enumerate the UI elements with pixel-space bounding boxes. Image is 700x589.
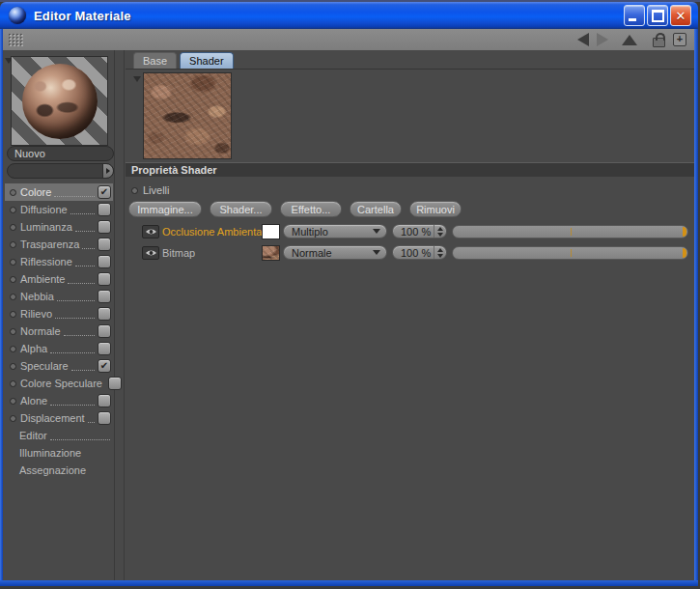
channel-label: Trasparenza — [20, 238, 79, 250]
add-button[interactable]: + — [673, 33, 686, 46]
channel-row-colore-speculare[interactable]: Colore Speculare — [5, 375, 113, 392]
channel-row-trasparenza[interactable]: Trasparenza — [5, 236, 113, 253]
window-border-bottom — [0, 580, 698, 586]
dotted-leader — [64, 327, 95, 336]
image-button[interactable]: Immagine... — [128, 201, 202, 217]
channel-label: Luminanza — [20, 221, 72, 233]
bullet-icon — [10, 328, 16, 335]
channel-row-rilievo[interactable]: Rilievo — [5, 305, 113, 323]
channel-checkbox[interactable] — [98, 272, 111, 286]
channel-checkbox[interactable] — [108, 377, 122, 390]
layer-name[interactable]: Occlusione Ambientale — [162, 226, 262, 238]
layer-visibility-toggle[interactable] — [142, 246, 159, 260]
material-sidebar: Colore ✔ Diffusione Luminanza Trasparenz… — [3, 50, 114, 580]
material-name-field[interactable] — [7, 146, 114, 161]
channel-row-alpha[interactable]: Alpha — [5, 340, 113, 357]
channel-checkbox[interactable] — [98, 411, 111, 425]
channel-checkbox[interactable] — [98, 290, 111, 303]
bullet-icon — [10, 207, 16, 213]
layers-label: Livelli — [143, 184, 170, 196]
tab-shader[interactable]: Shader — [180, 52, 233, 69]
maximize-button[interactable] — [647, 5, 668, 26]
blend-mode-dropdown[interactable]: Multiplo — [283, 224, 387, 238]
blend-mode-dropdown[interactable]: Normale — [283, 245, 387, 260]
minimize-button[interactable] — [624, 5, 645, 26]
shader-expander-icon[interactable] — [133, 76, 141, 82]
channel-label: Normale — [20, 325, 61, 337]
shader-button[interactable]: Shader... — [210, 201, 272, 217]
blend-mode-value: Normale — [292, 247, 332, 259]
channel-checkbox[interactable] — [98, 203, 111, 216]
layer-name[interactable]: Bitmap — [162, 247, 262, 259]
channel-row-speculare[interactable]: Speculare ✔ — [5, 357, 113, 375]
channel-row-alone[interactable]: Alone — [5, 392, 113, 409]
blend-mode-value: Multiplo — [292, 226, 328, 238]
window-title: Editor Materiale — [34, 9, 131, 23]
remove-button[interactable]: Rimuovi — [409, 201, 462, 217]
channel-row-luminanza[interactable]: Luminanza — [5, 218, 113, 236]
channel-row-assegnazione[interactable]: Assegnazione — [5, 462, 113, 479]
channel-row-normale[interactable]: Normale — [5, 323, 113, 340]
tab-base[interactable]: Base — [133, 52, 177, 69]
channel-row-diffusione[interactable]: Diffusione — [5, 201, 113, 218]
channel-checkbox[interactable] — [98, 220, 111, 234]
channel-checkbox[interactable] — [98, 238, 111, 251]
channel-checkbox[interactable] — [98, 342, 111, 355]
channel-checkbox[interactable] — [98, 307, 111, 321]
channel-label: Colore Speculare — [20, 378, 102, 389]
tab-underline — [126, 69, 694, 70]
effect-button[interactable]: Effetto... — [280, 201, 342, 217]
tab-label: Shader — [189, 55, 223, 67]
channel-checkbox[interactable]: ✔ — [98, 185, 111, 199]
folder-button[interactable]: Cartella — [350, 201, 402, 217]
panel-divider — [124, 50, 125, 580]
opacity-slider[interactable] — [452, 246, 688, 260]
up-arrow-button[interactable] — [622, 35, 637, 45]
channel-row-ambiente[interactable]: Ambiente — [5, 270, 113, 288]
channel-checkbox[interactable] — [98, 255, 111, 268]
button-label: Effetto... — [292, 204, 331, 215]
dotted-leader — [50, 345, 95, 353]
drag-grip[interactable] — [8, 33, 24, 46]
preset-arrow-button[interactable] — [102, 163, 114, 179]
window-titlebar[interactable]: Editor Materiale ✕ — [0, 2, 698, 29]
channel-row-displacement[interactable]: Displacement — [5, 409, 113, 427]
layer-color-swatch[interactable] — [262, 224, 280, 239]
dotted-leader — [82, 240, 95, 249]
channel-row-nebbia[interactable]: Nebbia — [5, 288, 113, 305]
lock-open-icon[interactable] — [653, 38, 665, 47]
layer-row-occlusione-ambientale[interactable]: Occlusione Ambientale Multiplo 100 % — [126, 223, 694, 239]
material-preset-field[interactable] — [7, 163, 114, 179]
shader-texture-preview[interactable] — [143, 72, 232, 159]
down-arrow-icon — [437, 254, 443, 258]
channel-row-editor[interactable]: Editor — [5, 427, 113, 444]
opacity-spinner[interactable]: 100 % — [392, 245, 447, 260]
layer-row-bitmap[interactable]: Bitmap Normale 100 % — [126, 244, 694, 261]
layer-visibility-toggle[interactable] — [142, 225, 159, 238]
layer-texture-swatch[interactable] — [262, 245, 280, 261]
bullet-icon — [10, 224, 16, 231]
opacity-slider[interactable] — [452, 225, 688, 238]
channel-label: Displacement — [20, 412, 85, 424]
channel-row-colore[interactable]: Colore ✔ — [5, 183, 113, 201]
close-button[interactable]: ✕ — [670, 5, 691, 26]
bullet-icon — [10, 380, 16, 387]
channel-row-illuminazione[interactable]: Illuminazione — [5, 444, 113, 462]
right-arrow-icon — [106, 168, 110, 174]
channel-row-riflessione[interactable]: Riflessione — [5, 253, 113, 270]
spinner-arrows[interactable] — [434, 246, 446, 259]
channel-label: Illuminazione — [19, 447, 81, 459]
dotted-leader — [75, 258, 95, 266]
spinner-arrows[interactable] — [434, 225, 446, 238]
app-icon — [9, 7, 26, 24]
dotted-leader — [71, 362, 95, 371]
opacity-spinner[interactable]: 100 % — [392, 224, 447, 238]
back-arrow-button[interactable] — [577, 33, 589, 46]
channel-checkbox[interactable] — [98, 394, 111, 407]
channel-label: Rilievo — [20, 308, 52, 320]
channel-checkbox[interactable]: ✔ — [98, 359, 111, 373]
channel-checkbox[interactable] — [98, 324, 111, 338]
material-preview[interactable] — [11, 56, 108, 146]
dotted-leader — [54, 188, 95, 197]
bullet-icon — [10, 363, 16, 370]
